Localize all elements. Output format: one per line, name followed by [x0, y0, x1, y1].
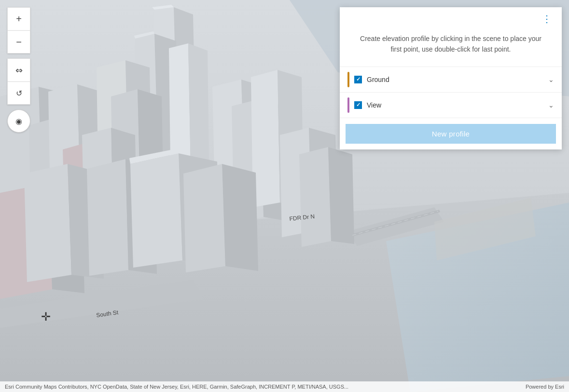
ground-label: Ground [367, 76, 548, 83]
svg-marker-49 [328, 147, 354, 244]
attribution-text-left: Esri Community Maps Contributors, NYC Op… [5, 384, 348, 390]
zoom-out-button[interactable]: − [7, 30, 30, 54]
svg-marker-41 [130, 153, 182, 268]
compass-button[interactable]: ◉ [7, 109, 30, 133]
ground-checkbox[interactable] [354, 76, 362, 83]
navigation-controls: ⇔ ↺ [7, 58, 30, 105]
svg-marker-39 [87, 159, 128, 276]
ground-chevron-icon: ⌄ [548, 76, 554, 83]
svg-text:✛: ✛ [41, 310, 51, 323]
view-label: View [367, 101, 548, 109]
panel-description: Create elevation profile by clicking in … [340, 28, 562, 67]
map-controls: + − ⇔ ↺ ◉ [7, 7, 30, 133]
view-checkbox[interactable] [354, 101, 362, 109]
panel-header: ⋮ [340, 7, 562, 28]
svg-marker-37 [24, 164, 71, 282]
attribution-bar: Esri Community Maps Contributors, NYC Op… [0, 381, 569, 392]
view-chevron-icon: ⌄ [548, 101, 554, 109]
zoom-in-button[interactable]: + [7, 7, 30, 30]
zoom-controls: + − [7, 7, 30, 54]
elevation-profile-panel: ⋮ Create elevation profile by clicking i… [340, 7, 562, 149]
more-options-button[interactable]: ⋮ [539, 12, 555, 26]
svg-marker-48 [299, 147, 331, 247]
ground-color-bar [347, 72, 349, 87]
svg-marker-45 [222, 164, 258, 271]
new-profile-button[interactable]: New profile [346, 124, 556, 144]
svg-marker-44 [183, 164, 225, 272]
attribution-text-right: Powered by Esri [526, 384, 564, 390]
ground-layer-row[interactable]: Ground ⌄ [340, 67, 562, 93]
rotate-button[interactable]: ↺ [7, 81, 30, 105]
view-color-bar [347, 97, 349, 113]
pan-button[interactable]: ⇔ [7, 58, 30, 81]
view-layer-row[interactable]: View ⌄ [340, 93, 562, 118]
